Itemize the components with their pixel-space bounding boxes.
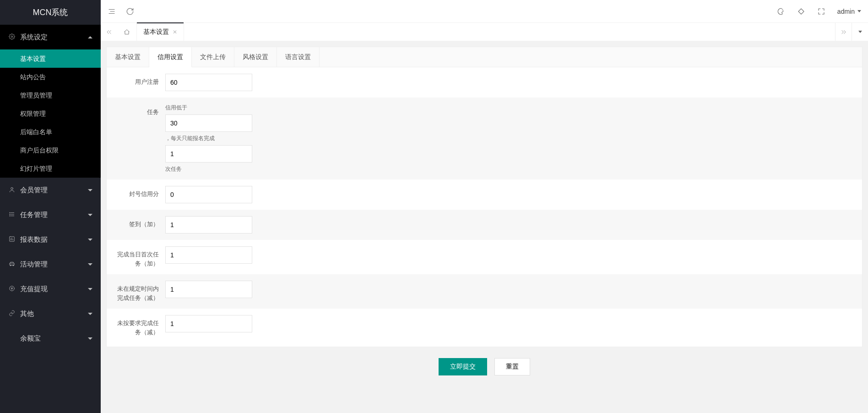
coin-icon bbox=[8, 285, 16, 293]
inner-tab-style[interactable]: 风格设置 bbox=[234, 47, 277, 67]
inner-tab-language[interactable]: 语言设置 bbox=[277, 47, 320, 67]
sidebar-group-label: 系统设定 bbox=[20, 33, 48, 42]
row-overtime-sub: 未在规定时间内完成任务（减） bbox=[107, 274, 862, 309]
gear-icon bbox=[8, 33, 16, 41]
input-task-daily-count[interactable] bbox=[165, 145, 252, 163]
label-task: 任务 bbox=[115, 104, 165, 117]
row-ban-score: 封号信用分 bbox=[107, 179, 862, 210]
close-icon[interactable]: ✕ bbox=[173, 29, 177, 35]
chevron-down-icon bbox=[88, 189, 92, 191]
car-icon bbox=[8, 261, 16, 268]
refresh-icon[interactable] bbox=[126, 7, 134, 16]
topbar: admin bbox=[101, 0, 868, 23]
link-icon bbox=[8, 310, 16, 318]
sidebar-group-label: 活动管理 bbox=[20, 260, 48, 269]
sidebar-item-announcement[interactable]: 站内公告 bbox=[0, 68, 101, 86]
svg-point-14 bbox=[13, 265, 14, 266]
sidebar-item-backend-whitelist[interactable]: 后端白名单 bbox=[0, 123, 101, 141]
chevron-down-icon bbox=[88, 239, 92, 241]
sidebar-group-system[interactable]: 系统设定 bbox=[0, 25, 101, 49]
input-overtime-sub[interactable] bbox=[165, 281, 252, 298]
hint-daily-limit: ，每天只能报名完成 bbox=[165, 135, 252, 142]
row-task: 任务 信用低于 ，每天只能报名完成 次任务 bbox=[107, 98, 862, 179]
user-icon bbox=[8, 186, 16, 194]
content: 基本设置 信用设置 文件上传 风格设置 语言设置 用户注册 任务 信用低于 bbox=[101, 41, 868, 413]
input-user-register[interactable] bbox=[165, 74, 252, 91]
input-first-task-add[interactable] bbox=[165, 246, 252, 264]
tabs-more[interactable] bbox=[852, 23, 868, 41]
row-first-task-add: 完成当日首次任务（加） bbox=[107, 240, 862, 274]
input-task-credit-threshold[interactable] bbox=[165, 114, 252, 132]
sidebar-item-basic-settings[interactable]: 基本设置 bbox=[0, 49, 101, 68]
sidebar-group-label: 任务管理 bbox=[20, 211, 48, 219]
sidebar-item-slider-manage[interactable]: 幻灯片管理 bbox=[0, 159, 101, 178]
sidebar-group-label: 会员管理 bbox=[20, 186, 48, 195]
sidebar-item-admin-manage[interactable]: 管理员管理 bbox=[0, 86, 101, 104]
chevron-down-icon bbox=[88, 288, 92, 290]
chevron-down-icon bbox=[88, 214, 92, 216]
hint-credit-below: 信用低于 bbox=[165, 104, 252, 112]
label-first-task-add: 完成当日首次任务（加） bbox=[115, 246, 165, 268]
app-title: MCN系统 bbox=[0, 0, 101, 25]
label-not-required-sub: 未按要求完成任务（减） bbox=[115, 315, 165, 337]
label-checkin-add: 签到（加） bbox=[115, 216, 165, 229]
sidebar-group-label: 报表数据 bbox=[20, 235, 48, 244]
sidebar-group-activity[interactable]: 活动管理 bbox=[0, 252, 101, 277]
tab-home[interactable] bbox=[117, 23, 137, 41]
label-overtime-sub: 未在规定时间内完成任务（减） bbox=[115, 281, 165, 302]
sidebar-item-permission[interactable]: 权限管理 bbox=[0, 104, 101, 123]
main: admin 基本设置 ✕ 基本设置 信用设置 文件 bbox=[101, 0, 868, 413]
caret-down-icon bbox=[858, 31, 862, 33]
sidebar-group-yuebao[interactable]: 余额宝 bbox=[0, 326, 101, 351]
input-ban-score[interactable] bbox=[165, 186, 252, 203]
fullscreen-icon[interactable] bbox=[817, 7, 825, 16]
credit-form: 用户注册 任务 信用低于 ，每天只能报名完成 次任务 bbox=[107, 67, 862, 347]
tab-label: 基本设置 bbox=[143, 28, 169, 36]
input-checkin-add[interactable] bbox=[165, 216, 252, 234]
row-checkin-add: 签到（加） bbox=[107, 210, 862, 240]
sidebar-item-merchant-perm[interactable]: 商户后台权限 bbox=[0, 141, 101, 159]
collapse-sidebar-icon[interactable] bbox=[108, 7, 116, 16]
inner-tab-credit[interactable]: 信用设置 bbox=[149, 47, 192, 67]
theme-icon[interactable] bbox=[777, 7, 785, 16]
svg-point-5 bbox=[10, 212, 10, 212]
sidebar-group-member[interactable]: 会员管理 bbox=[0, 178, 101, 202]
inner-tab-basic[interactable]: 基本设置 bbox=[107, 47, 149, 67]
svg-point-1 bbox=[11, 187, 13, 190]
sidebar-group-label: 充值提现 bbox=[20, 285, 48, 293]
sidebar-group-other[interactable]: 其他 bbox=[0, 301, 101, 326]
input-not-required-sub[interactable] bbox=[165, 315, 252, 332]
list-icon bbox=[8, 211, 16, 219]
reset-button[interactable]: 重置 bbox=[494, 358, 530, 375]
sidebar-group-label: 其他 bbox=[20, 310, 34, 318]
inner-tab-upload[interactable]: 文件上传 bbox=[192, 47, 234, 67]
note-icon[interactable] bbox=[797, 7, 805, 16]
sidebar: MCN系统 系统设定 基本设置 站内公告 管理员管理 权限管理 后端白名单 商户… bbox=[0, 0, 101, 413]
submit-button[interactable]: 立即提交 bbox=[439, 358, 487, 375]
sidebar-group-report[interactable]: 报表数据 bbox=[0, 227, 101, 252]
hint-times: 次任务 bbox=[165, 165, 252, 173]
chart-icon bbox=[8, 236, 16, 244]
chevron-down-icon bbox=[88, 337, 92, 340]
label-user-register: 用户注册 bbox=[115, 74, 165, 87]
form-buttons: 立即提交 重置 bbox=[106, 347, 863, 394]
svg-point-13 bbox=[10, 265, 11, 266]
svg-point-6 bbox=[10, 214, 10, 214]
tabs-scroll-right[interactable] bbox=[835, 23, 852, 41]
inner-tabs: 基本设置 信用设置 文件上传 风格设置 语言设置 bbox=[107, 47, 862, 67]
tabs-scroll-left[interactable] bbox=[101, 23, 117, 41]
svg-point-7 bbox=[10, 215, 10, 216]
chevron-up-icon bbox=[88, 36, 92, 38]
tab-basic-settings[interactable]: 基本设置 ✕ bbox=[137, 23, 184, 41]
page-tab-bar: 基本设置 ✕ bbox=[101, 23, 868, 41]
caret-down-icon bbox=[857, 10, 861, 12]
row-user-register: 用户注册 bbox=[107, 67, 862, 98]
user-name: admin bbox=[837, 8, 855, 15]
user-menu[interactable]: admin bbox=[837, 8, 861, 15]
home-icon bbox=[124, 29, 130, 35]
sidebar-group-task[interactable]: 任务管理 bbox=[0, 202, 101, 227]
sidebar-group-recharge[interactable]: 充值提现 bbox=[0, 277, 101, 301]
row-not-required-sub: 未按要求完成任务（减） bbox=[107, 309, 862, 343]
svg-point-0 bbox=[11, 36, 13, 38]
label-ban-score: 封号信用分 bbox=[115, 186, 165, 199]
